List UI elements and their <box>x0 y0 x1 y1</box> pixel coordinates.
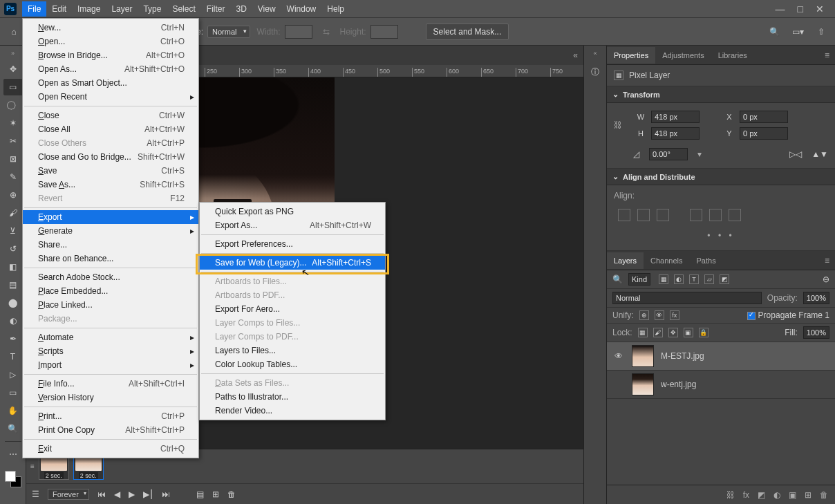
tab-layers[interactable]: Layers <box>607 252 644 269</box>
export-menu-item-9[interactable]: Export For Aero... <box>200 302 385 316</box>
new-frame-icon[interactable]: ⊞ <box>212 489 219 499</box>
play-icon[interactable]: ▶ <box>129 489 135 499</box>
menu-select[interactable]: Select <box>167 1 200 17</box>
tab-properties[interactable]: Properties <box>607 47 655 64</box>
tab-channels[interactable]: Channels <box>644 252 689 269</box>
fx-icon[interactable]: fx <box>743 490 749 500</box>
visibility-icon[interactable]: 👁 <box>612 351 625 361</box>
search-icon[interactable]: 🔍 <box>767 25 781 39</box>
home-icon[interactable]: ⌂ <box>7 25 21 39</box>
file-menu-item-0[interactable]: New...Ctrl+N <box>23 21 198 35</box>
menu-edit[interactable]: Edit <box>46 1 72 17</box>
menu-3d[interactable]: 3D <box>230 1 252 17</box>
tween-icon[interactable]: ▤ <box>196 489 204 499</box>
history-brush-tool[interactable]: ↺ <box>3 241 23 257</box>
filter-pixel-icon[interactable]: ▦ <box>659 274 668 284</box>
filter-kind-select[interactable]: Kind <box>628 273 650 286</box>
hand-tool[interactable]: ✋ <box>3 402 23 419</box>
flip-h-icon[interactable]: ▷◁ <box>789 149 802 159</box>
export-menu-item-13[interactable]: Color Lookup Tables... <box>200 357 385 371</box>
gradient-tool[interactable]: ▤ <box>3 277 23 293</box>
height-field[interactable]: 418 px <box>651 127 700 140</box>
prev-frame-icon[interactable]: ◀ <box>114 489 120 499</box>
fill-value[interactable]: 100% <box>803 326 829 339</box>
move-tool[interactable]: ✥ <box>3 61 23 77</box>
tab-paths[interactable]: Paths <box>690 252 723 269</box>
layers-menu-icon[interactable]: ≡ <box>819 256 835 265</box>
file-menu-item-3[interactable]: Open As...Alt+Shift+Ctrl+O <box>23 62 198 76</box>
align-accordion[interactable]: ⌄Align and Distribute <box>607 169 835 185</box>
menu-view[interactable]: View <box>252 1 281 17</box>
menu-help[interactable]: Help <box>321 1 350 17</box>
timeline-menu-icon[interactable]: ☰ <box>32 489 39 499</box>
style-select[interactable]: Normal <box>207 26 250 38</box>
menu-filter[interactable]: Filter <box>201 1 231 17</box>
filter-toggle[interactable]: ⊖ <box>823 274 829 284</box>
brush-tool[interactable]: 🖌 <box>3 205 23 221</box>
dodge-tool[interactable]: ◐ <box>3 312 23 329</box>
align-hcenter-icon[interactable] <box>637 209 650 221</box>
link-layers-icon[interactable]: ⛓ <box>726 490 735 500</box>
angle-field[interactable]: 0.00° <box>649 148 688 160</box>
file-menu-item-25[interactable]: Automate▸ <box>23 330 198 344</box>
menu-image[interactable]: Image <box>72 1 106 17</box>
workspace-icon[interactable]: ▭▾ <box>791 25 805 39</box>
align-top-icon[interactable] <box>690 209 702 221</box>
file-menu-item-18[interactable]: Share on Behance... <box>23 252 198 265</box>
file-menu-item-21[interactable]: Place Embedded... <box>23 284 198 298</box>
export-menu-item-0[interactable]: Quick Export as PNG <box>200 205 385 218</box>
file-menu-item-7[interactable]: CloseCtrl+W <box>23 109 198 122</box>
lock-all-icon[interactable]: 🔒 <box>699 328 709 337</box>
blend-mode-select[interactable]: Normal <box>612 292 762 304</box>
align-left-icon[interactable] <box>618 209 630 221</box>
file-menu-item-32[interactable]: Print...Ctrl+P <box>23 409 198 423</box>
file-menu-item-35[interactable]: ExitCtrl+Q <box>23 442 198 456</box>
filter-smart-icon[interactable]: ◩ <box>720 274 729 284</box>
unify-style-icon[interactable]: fx <box>670 310 679 320</box>
close-icon[interactable]: ✕ <box>816 3 824 15</box>
loop-select[interactable]: Forever <box>48 489 89 500</box>
zoom-tool[interactable]: 🔍 <box>3 420 23 437</box>
blur-tool[interactable]: ⬤ <box>3 295 23 311</box>
info-panel-icon[interactable]: ⓘ <box>588 65 602 79</box>
width-field[interactable]: 418 px <box>651 111 700 123</box>
lock-paint-icon[interactable]: 🖌 <box>653 328 663 337</box>
group-icon[interactable]: ▣ <box>789 490 796 500</box>
stamp-tool[interactable]: ⊻ <box>3 223 23 239</box>
export-menu-item-3[interactable]: Export Preferences... <box>200 237 385 251</box>
unify-pos-icon[interactable]: ⊕ <box>639 310 649 320</box>
more-options-icon[interactable]: • • • <box>614 227 828 245</box>
layer-row-1[interactable]: 👁 M-ESTJ.jpg <box>607 342 835 371</box>
share-icon[interactable]: ⇧ <box>814 25 828 39</box>
adjustment-icon[interactable]: ◐ <box>773 490 780 500</box>
propagate-checkbox[interactable] <box>747 312 756 320</box>
align-right-icon[interactable] <box>657 209 669 221</box>
shape-tool[interactable]: ▭ <box>3 384 23 401</box>
tab-adjustments[interactable]: Adjustments <box>655 47 711 64</box>
file-menu-item-15[interactable]: Export▸ <box>23 210 198 224</box>
layer-row-2[interactable]: w-entj.jpg <box>607 371 835 399</box>
y-field[interactable]: 0 px <box>740 127 788 140</box>
tabs-collapse-icon[interactable]: « <box>567 50 583 60</box>
last-frame-icon[interactable]: ⏭ <box>162 489 170 499</box>
file-menu-item-26[interactable]: Scripts▸ <box>23 344 198 358</box>
first-frame-icon[interactable]: ⏮ <box>97 489 106 499</box>
menu-file[interactable]: File <box>22 1 46 17</box>
file-menu-item-22[interactable]: Place Linked... <box>23 298 198 312</box>
path-select-tool[interactable]: ▷ <box>3 366 23 383</box>
swap-wh-icon[interactable]: ⇆ <box>319 25 333 39</box>
menu-layer[interactable]: Layer <box>106 1 138 17</box>
file-menu-item-17[interactable]: Share... <box>23 238 198 252</box>
file-menu-item-5[interactable]: Open Recent▸ <box>23 90 198 104</box>
file-menu-item-2[interactable]: Browse in Bridge...Alt+Ctrl+O <box>23 48 198 62</box>
file-menu-item-29[interactable]: File Info...Alt+Shift+Ctrl+I <box>23 377 198 391</box>
maximize-icon[interactable]: □ <box>798 3 803 15</box>
lock-trans-icon[interactable]: ▦ <box>638 328 648 337</box>
color-swatches[interactable] <box>5 471 21 487</box>
file-menu-item-11[interactable]: SaveCtrl+S <box>23 164 198 178</box>
file-menu-item-20[interactable]: Search Adobe Stock... <box>23 270 198 284</box>
filter-adjust-icon[interactable]: ◐ <box>674 274 684 284</box>
eyedropper-tool[interactable]: ✎ <box>3 169 23 185</box>
delete-frame-icon[interactable]: 🗑 <box>227 489 236 499</box>
select-mask-button[interactable]: Select and Mask... <box>426 24 509 40</box>
